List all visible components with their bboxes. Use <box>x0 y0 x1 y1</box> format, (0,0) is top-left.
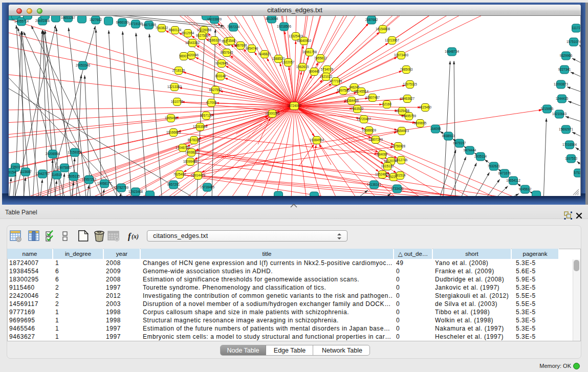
svg-text:3267130: 3267130 <box>200 114 213 117</box>
svg-text:10807487: 10807487 <box>365 96 380 99</box>
svg-text:1962615: 1962615 <box>296 65 309 69</box>
svg-text:16961758: 16961758 <box>302 50 317 54</box>
svg-text:8912954: 8912954 <box>182 31 194 35</box>
svg-text:10654112: 10654112 <box>506 179 520 182</box>
svg-text:1615132: 1615132 <box>381 164 394 168</box>
svg-text:15720407: 15720407 <box>357 117 372 121</box>
svg-text:8660124: 8660124 <box>169 28 182 32</box>
svg-text:7357224: 7357224 <box>227 25 240 29</box>
svg-text:7632621: 7632621 <box>488 164 500 168</box>
svg-text:8454749: 8454749 <box>246 47 258 50</box>
svg-text:803144: 803144 <box>215 74 226 78</box>
svg-text:16648734: 16648734 <box>445 50 460 53</box>
svg-text:19218506: 19218506 <box>277 25 292 28</box>
svg-text:10719155: 10719155 <box>128 22 143 26</box>
svg-text:8186328: 8186328 <box>208 38 221 42</box>
svg-text:12975115: 12975115 <box>403 82 417 86</box>
svg-text:1527602: 1527602 <box>90 18 102 21</box>
svg-text:18724007: 18724007 <box>287 104 302 107</box>
svg-text:2718126: 2718126 <box>172 69 185 72</box>
svg-text:14055714: 14055714 <box>14 19 29 23</box>
svg-text:18495759: 18495759 <box>402 114 417 118</box>
svg-text:98901: 98901 <box>179 54 188 58</box>
svg-text:1965498: 1965498 <box>165 116 178 120</box>
svg-text:12213967: 12213967 <box>385 38 400 42</box>
svg-text:20206556: 20206556 <box>46 152 60 156</box>
svg-text:1115687: 1115687 <box>19 170 32 173</box>
svg-text:6466160: 6466160 <box>116 20 129 24</box>
svg-text:15716485: 15716485 <box>200 185 215 189</box>
svg-text:8457645: 8457645 <box>221 51 233 54</box>
svg-text:1588520: 1588520 <box>272 57 285 60</box>
svg-text:9527506: 9527506 <box>196 34 209 37</box>
svg-text:39154: 39154 <box>9 170 16 174</box>
svg-text:62160: 62160 <box>382 102 391 106</box>
svg-text:16914479: 16914479 <box>191 173 206 177</box>
svg-text:10688609: 10688609 <box>362 128 377 132</box>
svg-text:18463627: 18463627 <box>400 97 415 100</box>
svg-text:16671355: 16671355 <box>142 23 157 27</box>
svg-text:9329966: 9329966 <box>560 54 573 57</box>
svg-text:8938913: 8938913 <box>442 134 455 138</box>
svg-text:18807249: 18807249 <box>368 138 383 141</box>
svg-text:73546: 73546 <box>226 39 235 42</box>
svg-text:1505135: 1505135 <box>68 174 80 178</box>
svg-text:9699695: 9699695 <box>414 121 427 125</box>
svg-text:417006: 417006 <box>206 101 217 104</box>
svg-text:9245612: 9245612 <box>519 187 532 191</box>
svg-text:10973493: 10973493 <box>394 53 409 57</box>
svg-text:9227341: 9227341 <box>558 68 571 71</box>
svg-text:17016504: 17016504 <box>562 143 577 146</box>
svg-text:1421022: 1421022 <box>320 75 333 78</box>
svg-text:1493822: 1493822 <box>185 150 198 154</box>
svg-text:6479197: 6479197 <box>453 141 466 145</box>
svg-text:181514: 181514 <box>395 173 406 177</box>
svg-text:2935114: 2935114 <box>474 155 487 158</box>
svg-text:7625402: 7625402 <box>173 172 186 176</box>
svg-text:12159354: 12159354 <box>68 150 82 154</box>
svg-text:18245514: 18245514 <box>354 90 369 93</box>
svg-text:684067: 684067 <box>377 152 388 156</box>
svg-text:1812746: 1812746 <box>395 158 408 162</box>
svg-text:19524851: 19524851 <box>375 172 390 176</box>
svg-text:114519: 114519 <box>52 173 62 177</box>
svg-text:19384554: 19384554 <box>310 138 324 142</box>
svg-text:12942757: 12942757 <box>35 172 50 176</box>
svg-text:990448: 990448 <box>309 70 320 73</box>
svg-text:1244415: 1244415 <box>556 97 569 100</box>
svg-text:7955812: 7955812 <box>314 56 327 60</box>
svg-text:17957253: 17957253 <box>82 178 97 181</box>
svg-text:15751074: 15751074 <box>567 40 580 43</box>
svg-text:15692971: 15692971 <box>559 127 574 131</box>
svg-text:9115460: 9115460 <box>419 105 432 109</box>
svg-text:16154808: 16154808 <box>376 27 390 31</box>
svg-text:12353594: 12353594 <box>193 125 208 128</box>
svg-text:19166825: 19166825 <box>166 130 181 134</box>
svg-text:9146821: 9146821 <box>258 52 271 56</box>
svg-text:1167533: 1167533 <box>565 157 578 160</box>
svg-text:8813054: 8813054 <box>266 17 278 20</box>
svg-text:9457291: 9457291 <box>167 183 180 186</box>
svg-text:(x): (x) <box>132 233 139 240</box>
svg-text:9777169: 9777169 <box>330 79 342 83</box>
svg-text:1733426: 1733426 <box>391 187 404 190</box>
svg-text:16782759: 16782759 <box>114 186 129 189</box>
svg-text:7485063: 7485063 <box>400 68 413 71</box>
svg-text:15226058: 15226058 <box>197 28 212 32</box>
svg-text:57533: 57533 <box>574 171 580 174</box>
svg-text:19654923: 19654923 <box>395 129 409 133</box>
svg-text:16543382: 16543382 <box>185 41 200 45</box>
svg-text:19975857: 19975857 <box>57 166 72 169</box>
svg-text:9474444: 9474444 <box>464 148 476 152</box>
svg-text:8471676: 8471676 <box>498 171 511 175</box>
svg-text:16099489: 16099489 <box>183 160 198 163</box>
svg-text:19958177: 19958177 <box>97 182 112 185</box>
svg-text:8427552: 8427552 <box>209 88 222 92</box>
svg-text:9242845: 9242845 <box>215 61 228 65</box>
svg-text:1322057: 1322057 <box>282 60 295 64</box>
svg-text:2087682: 2087682 <box>365 18 378 21</box>
svg-text:14136141: 14136141 <box>367 183 382 186</box>
svg-text:5734078: 5734078 <box>321 68 334 71</box>
svg-text:10210643: 10210643 <box>552 112 567 116</box>
svg-text:10756928: 10756928 <box>391 144 406 148</box>
